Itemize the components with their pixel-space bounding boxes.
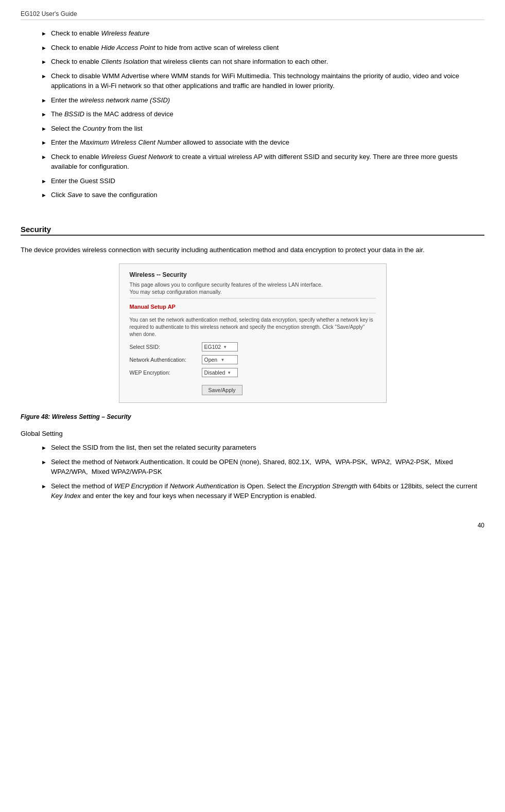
list-item: ► Check to enable Clients Isolation that… xyxy=(41,57,484,67)
auth-select[interactable]: Open ▼ xyxy=(202,355,238,364)
bullet-arrow-icon: ► xyxy=(41,96,47,105)
italic-text: Key Index xyxy=(51,492,81,500)
screenshot-box: Wireless -- Security This page allows yo… xyxy=(119,263,387,403)
wep-select[interactable]: Disabled ▼ xyxy=(202,368,238,377)
screen-divider2 xyxy=(130,313,376,313)
bullet-arrow-icon: ► xyxy=(41,138,47,147)
italic-text: Wireless feature xyxy=(101,29,149,37)
auth-value: Open xyxy=(204,357,219,363)
section-heading: Security xyxy=(21,225,484,236)
bullet-arrow-icon: ► xyxy=(41,110,47,119)
screen-subtitle1: This page allows you to configure securi… xyxy=(130,281,376,288)
list-item: ► Select the method of WEP Encryption if… xyxy=(41,481,484,501)
header-title: EG102 User's Guide xyxy=(21,10,77,17)
list-item: ► The BSSID is the MAC address of device xyxy=(41,109,484,119)
list-item: ► Select the SSID from the list, then se… xyxy=(41,443,484,453)
list-item: ► Check to enable Wireless Guest Network… xyxy=(41,152,484,172)
figure-caption: Figure 48: Wireless Setting – Security xyxy=(21,413,484,420)
bullet-text: Click Save to save the configuration xyxy=(51,190,484,200)
form-row-wep: WEP Encryption: Disabled ▼ xyxy=(130,368,376,377)
screen-divider xyxy=(130,298,376,298)
italic-text: Save xyxy=(67,191,83,199)
wep-value: Disabled xyxy=(204,369,225,376)
security-bullet-list: ► Select the SSID from the list, then se… xyxy=(41,443,484,501)
screen-title: Wireless -- Security xyxy=(130,271,376,278)
bullet-text: The BSSID is the MAC address of device xyxy=(51,109,484,119)
bullet-text: Check to enable Hide Access Point to hid… xyxy=(51,43,484,53)
bullet-arrow-icon: ► xyxy=(41,125,47,133)
screen-manual-desc: You can set the network authentication m… xyxy=(130,316,376,338)
dropdown-arrow-icon: ▼ xyxy=(227,370,235,375)
italic-text: BSSID xyxy=(64,110,84,118)
bullet-text: Select the Country from the list xyxy=(51,123,484,134)
section-description: The device provides wireless connection … xyxy=(21,245,484,256)
ssid-value: EG102 xyxy=(204,344,221,350)
bullet-text: Enter the Maximum Wireless Client Number… xyxy=(51,137,484,148)
italic-text: Clients Isolation xyxy=(101,58,148,65)
bullet-arrow-icon: ► xyxy=(41,482,47,491)
page-number: 40 xyxy=(21,522,484,529)
bullet-arrow-icon: ► xyxy=(41,29,47,38)
screen-manual-title: Manual Setup AP xyxy=(130,304,376,310)
form-row-ssid: Select SSID: EG102 ▼ xyxy=(130,342,376,351)
list-item: ► Check to disable WMM Advertise where W… xyxy=(41,71,484,91)
list-item: ► Check to enable Hide Access Point to h… xyxy=(41,43,484,53)
bullet-text: Select the method of WEP Encryption if N… xyxy=(51,481,484,501)
bullet-text: Select the SSID from the list, then set … xyxy=(51,443,484,453)
dropdown-arrow-icon: ▼ xyxy=(221,358,235,362)
bullet-text: Enter the wireless network name (SSID) xyxy=(51,95,484,105)
list-item: ► Click Save to save the configuration xyxy=(41,190,484,200)
bullet-arrow-icon: ► xyxy=(41,72,47,81)
bullet-text: Check to enable Wireless Guest Network t… xyxy=(51,152,484,172)
italic-text: Maximum Wireless Client Number xyxy=(80,138,181,146)
italic-text: Encryption Strength xyxy=(299,482,357,490)
bullet-arrow-icon: ► xyxy=(41,153,47,162)
list-item: ► Check to enable Wireless feature xyxy=(41,28,484,39)
italic-text: Hide Access Point xyxy=(101,44,155,51)
list-item: ► Enter the Guest SSID xyxy=(41,176,484,186)
security-section: Security The device provides wireless co… xyxy=(21,213,484,501)
list-item: ► Enter the wireless network name (SSID) xyxy=(41,95,484,105)
list-item: ► Enter the Maximum Wireless Client Numb… xyxy=(41,137,484,148)
bullet-arrow-icon: ► xyxy=(41,191,47,200)
italic-text: Wireless Guest Network xyxy=(101,153,172,161)
bullet-text: Select the method of Network Authenticat… xyxy=(51,457,484,477)
header-bar: EG102 User's Guide xyxy=(21,10,484,20)
bullet-arrow-icon: ► xyxy=(41,458,47,467)
italic-text: WEP Encryption xyxy=(114,482,163,490)
save-apply-button[interactable]: Save/Apply xyxy=(202,385,242,395)
bullet-text: Enter the Guest SSID xyxy=(51,176,484,186)
bullet-text: Check to enable Clients Isolation that w… xyxy=(51,57,484,67)
bullet-arrow-icon: ► xyxy=(41,177,47,186)
bullet-text: Check to disable WMM Advertise where WMM… xyxy=(51,71,484,91)
italic-text: wireless network name (SSID) xyxy=(80,96,170,104)
italic-text: Country xyxy=(82,125,106,132)
wep-label: WEP Encryption: xyxy=(130,369,202,376)
auth-label: Network Authentication: xyxy=(130,357,202,363)
ssid-label: Select SSID: xyxy=(130,344,202,350)
bullet-text: Check to enable Wireless feature xyxy=(51,28,484,39)
bullet-arrow-icon: ► xyxy=(41,444,47,452)
global-setting-label: Global Setting xyxy=(21,430,484,437)
italic-text: Network Authentication xyxy=(170,482,238,490)
bullet-arrow-icon: ► xyxy=(41,44,47,52)
list-item: ► Select the Country from the list xyxy=(41,123,484,134)
top-bullet-list: ► Check to enable Wireless feature ► Che… xyxy=(41,28,484,200)
form-row-auth: Network Authentication: Open ▼ xyxy=(130,355,376,364)
bullet-arrow-icon: ► xyxy=(41,58,47,66)
list-item: ► Select the method of Network Authentic… xyxy=(41,457,484,477)
ssid-select[interactable]: EG102 ▼ xyxy=(202,342,238,351)
dropdown-arrow-icon: ▼ xyxy=(223,345,235,349)
screen-subtitle2: You may setup configuration manually. xyxy=(130,289,376,295)
